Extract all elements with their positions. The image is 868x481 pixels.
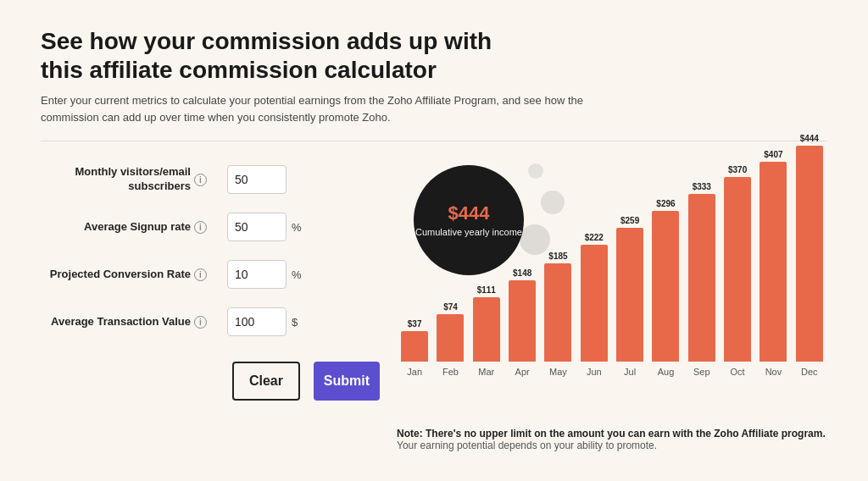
note-section: Note: There's no upper limit on the amou…: [397, 428, 827, 451]
field3-input[interactable]: [227, 260, 287, 289]
bar-col: $444Dec: [792, 134, 827, 377]
chart-area: $444 Cumulative yearly income $37Jan$74F…: [397, 157, 827, 419]
bar-value: $111: [477, 285, 496, 295]
bar-value: $296: [656, 199, 675, 208]
bar-month-label: Feb: [442, 367, 459, 377]
field4-input[interactable]: [227, 307, 287, 336]
bar-month-label: Nov: [765, 367, 782, 377]
field3-unit: %: [292, 268, 302, 281]
right-panel: $444 Cumulative yearly income $37Jan$74F…: [380, 157, 827, 461]
field4-unit: $: [292, 316, 298, 329]
field1-input[interactable]: [227, 165, 287, 194]
field4-info-icon[interactable]: i: [194, 316, 207, 329]
bar-month-label: Aug: [658, 367, 675, 377]
bar-col: $370Oct: [720, 165, 755, 377]
bar: [616, 228, 643, 362]
field1-row: Monthly visitors/email subscribers i: [41, 165, 380, 194]
bar-value: $185: [548, 252, 567, 261]
buttons-row: Clear Submit: [41, 362, 380, 401]
bar-col: $37Jan: [397, 319, 432, 377]
bar-month-label: Mar: [478, 367, 494, 377]
bar-month-label: Dec: [801, 367, 818, 377]
bubble-label: Cumulative yearly income: [415, 226, 522, 238]
note-bold: Note: There's no upper limit on the amou…: [397, 428, 826, 440]
main-title: See how your commission adds up with thi…: [41, 27, 827, 84]
bar-col: $185May: [540, 252, 576, 377]
bar-col: $333Sep: [684, 182, 720, 377]
field2-unit: %: [292, 221, 302, 234]
header-section: See how your commission adds up with thi…: [41, 27, 827, 125]
submit-button[interactable]: Submit: [314, 362, 380, 401]
bar-month-label: May: [549, 367, 567, 377]
bar: [760, 162, 787, 362]
field3-label: Projected Conversion Rate i: [41, 268, 219, 282]
field2-label: Average Signup rate i: [41, 220, 219, 235]
field2-input[interactable]: [227, 213, 287, 241]
chart-bubble: $444 Cumulative yearly income: [414, 165, 524, 275]
bar-col: $111Mar: [469, 285, 504, 377]
field3-info-icon[interactable]: i: [194, 268, 207, 281]
bar-value: $444: [800, 134, 819, 143]
bar-col: $296Aug: [648, 199, 683, 377]
bar-col: $148Apr: [504, 268, 540, 377]
bar-month-label: Jun: [587, 367, 602, 377]
bar-col: $222Jun: [576, 233, 612, 377]
bar-month-label: Oct: [731, 367, 745, 377]
bar-value: $222: [585, 233, 604, 242]
field2-row: Average Signup rate i %: [41, 213, 380, 241]
field4-row: Average Transaction Value i $: [41, 307, 380, 336]
bar: [544, 263, 571, 362]
bar: [581, 245, 608, 362]
clear-button[interactable]: Clear: [232, 362, 300, 401]
bar-value: $370: [728, 165, 747, 174]
bar: [401, 331, 428, 362]
bar: [473, 297, 500, 362]
bar-month-label: Apr: [515, 367, 530, 377]
content-area: Monthly visitors/email subscribers i Ave…: [41, 157, 827, 461]
bar-month-label: Jul: [624, 367, 636, 377]
bar-month-label: Jan: [407, 367, 422, 377]
bar: [688, 194, 715, 362]
bar-col: $74Feb: [432, 302, 468, 377]
field3-row: Projected Conversion Rate i %: [41, 260, 380, 289]
bar-value: $407: [764, 150, 782, 159]
field4-label: Average Transaction Value i: [41, 315, 219, 329]
left-panel: Monthly visitors/email subscribers i Ave…: [41, 157, 380, 461]
bar-col: $407Nov: [755, 150, 791, 377]
bubble-amount: $444: [448, 202, 490, 224]
divider: [41, 141, 827, 141]
bar: [652, 211, 679, 362]
bar-col: $259Jul: [612, 216, 648, 377]
bar-value: $148: [513, 268, 531, 278]
field2-info-icon[interactable]: i: [194, 221, 207, 234]
field1-label: Monthly visitors/email subscribers i: [41, 165, 219, 194]
bar: [509, 280, 536, 362]
note-regular: Your earning potential depends on your a…: [397, 440, 827, 451]
page-container: See how your commission adds up with thi…: [0, 0, 868, 481]
field1-info-icon[interactable]: i: [194, 174, 207, 186]
bar-value: $333: [693, 182, 711, 191]
bar-value: $259: [620, 216, 639, 225]
bar: [437, 314, 464, 362]
bar: [724, 177, 751, 362]
subtitle: Enter your current metrics to calculate …: [41, 92, 583, 125]
bar-value: $37: [408, 319, 422, 329]
bar-value: $74: [443, 302, 458, 312]
bar-month-label: Sep: [693, 367, 710, 377]
bar: [796, 146, 823, 362]
